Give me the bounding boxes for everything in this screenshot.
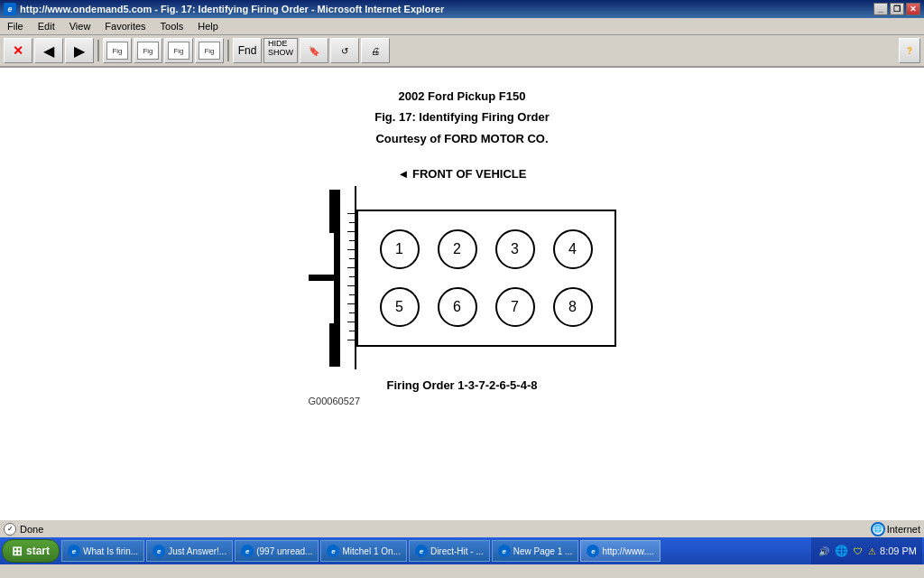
crankshaft [309,190,340,367]
find-icon: Fnd [238,44,257,57]
fig-button-2[interactable]: Fig [134,38,162,63]
courtesy-text: Courtesy of FORD MOTOR CO. [374,128,550,149]
cylinder-3: 3 [488,222,542,276]
taskbar-item-2[interactable]: e Just Answer!... [146,540,233,562]
bookmark-button[interactable]: 🔖 [300,38,328,63]
toolbar-separator-1 [97,40,99,61]
clock: 8:09 PM [880,545,917,556]
network-icon: 🌐 [834,544,848,558]
tick-7 [347,267,355,268]
cylinder-6: 6 [430,280,485,334]
cylinder-4-circle: 4 [553,229,593,269]
cylinder-7: 7 [488,280,542,334]
tick-3 [347,231,355,232]
zone-label: Internet [887,524,920,535]
browser-content: 2002 Ford Pickup F150 Fig. 17: Identifyi… [0,68,924,519]
firing-order-label: Firing Order 1-3-7-2-6-5-4-8 [387,378,538,392]
tick-10 [349,294,355,295]
back-icon: ◀ [43,42,54,60]
fig-button-4[interactable]: Fig [195,38,224,63]
restore-button[interactable]: ❐ [890,3,904,15]
cylinder-1: 1 [373,222,427,276]
cylinder-5-circle: 5 [380,287,420,327]
crank-bottom [329,323,340,367]
help-icon: ? [907,46,912,56]
internet-zone-area: 🌐 Internet [871,522,920,536]
menu-view[interactable]: View [66,20,95,33]
ie-logo-icon: e [4,3,16,15]
fig-button-1[interactable]: Fig [103,38,132,63]
refresh-button[interactable]: ↺ [330,38,359,63]
window-title: http://www.ondemand5.com - Fig. 17: Iden… [20,4,444,14]
windows-logo-icon: ⊞ [12,544,23,558]
print-button[interactable]: 🖨 [361,38,390,63]
forward-button[interactable]: ▶ [65,38,94,63]
status-icon: ✓ [4,523,16,536]
taskbar-item-6[interactable]: e New Page 1 ... [492,540,579,562]
cylinder-6-circle: 6 [438,287,477,327]
vehicle-title: 2002 Ford Pickup F150 [374,86,550,107]
taskbar-items: e What Is firin... e Just Answer!... e (… [61,540,809,562]
title-bar-text: e http://www.ondemand5.com - Fig. 17: Id… [4,3,444,15]
taskbar-ie-icon-2: e [152,545,165,557]
taskbar-item-1-label: What Is firin... [83,546,138,556]
taskbar-item-5-label: Direct-Hit - ... [430,546,484,556]
taskbar-item-3[interactable]: e (997 unread... [235,540,319,562]
title-bar: e http://www.ondemand5.com - Fig. 17: Id… [0,0,924,18]
menu-bar: File Edit View Favorites Tools Help [0,18,924,35]
notification-icon: ⚠ [868,546,876,556]
engine-diagram: 1 2 3 4 5 6 7 [309,186,616,369]
diagram-code: G00060527 [309,396,361,406]
find-button[interactable]: Fnd [233,38,262,63]
bookmark-icon: 🔖 [309,46,319,56]
crank-vert [334,233,340,323]
cylinder-8: 8 [546,280,600,334]
taskbar-item-7[interactable]: e http://www.... [580,540,660,562]
help-button[interactable]: ? [899,38,920,63]
minimize-button[interactable]: _ [873,3,888,15]
taskbar-ie-icon-6: e [498,545,511,557]
cylinder-7-circle: 7 [495,287,535,327]
menu-favorites[interactable]: Favorites [101,20,149,33]
system-tray-icons: 🔊 🌐 🛡 ⚠ [817,544,876,558]
stop-button[interactable]: ✕ [4,38,32,63]
cylinder-2-circle: 2 [438,229,477,269]
fig-icon-4: Fig [199,42,220,60]
fig-icon-2: Fig [137,42,159,60]
fig-icon-1: Fig [106,42,128,60]
security-icon: 🛡 [851,544,865,558]
tick-13 [347,322,355,322]
globe-icon: 🌐 [871,522,885,536]
toolbar-separator-2 [227,40,229,61]
taskbar-item-4[interactable]: e Mitchel 1 On... [320,540,406,562]
crank-top [329,190,340,233]
menu-tools[interactable]: Tools [157,20,188,33]
cylinder-box: 1 2 3 4 5 6 7 [356,210,616,347]
taskbar[interactable]: ⊞ start e What Is firin... e Just Answer… [0,537,924,564]
tick-14 [349,331,355,331]
fig-button-3[interactable]: Fig [164,38,193,63]
taskbar-ie-icon-4: e [327,545,339,557]
taskbar-item-5[interactable]: e Direct-Hit - ... [409,540,490,562]
start-button[interactable]: ⊞ start [2,539,60,563]
menu-file[interactable]: File [4,20,27,33]
front-of-vehicle-label: ◄ FRONT OF VEHICLE [398,167,527,181]
forward-icon: ▶ [74,42,85,60]
refresh-icon: ↺ [341,46,348,56]
taskbar-ie-icon-3: e [241,545,254,557]
menu-help[interactable]: Help [194,20,222,33]
taskbar-item-1[interactable]: e What Is firin... [61,540,144,562]
status-bar: ✓ Done 🌐 Internet [0,519,924,537]
window-controls[interactable]: _ ❐ ✕ [873,3,920,15]
tick-15 [347,340,355,340]
tick-4 [349,240,355,241]
menu-edit[interactable]: Edit [34,20,59,33]
hide-show-button[interactable]: HIDESHOW [263,38,298,63]
start-label: start [26,545,50,557]
tick-5 [347,249,355,250]
figure-title: Fig. 17: Identifying Firing Order [374,107,550,127]
close-button[interactable]: ✕ [906,3,920,15]
cylinder-1-circle: 1 [380,229,420,269]
back-button[interactable]: ◀ [34,38,63,63]
taskbar-ie-icon-7: e [587,545,599,557]
